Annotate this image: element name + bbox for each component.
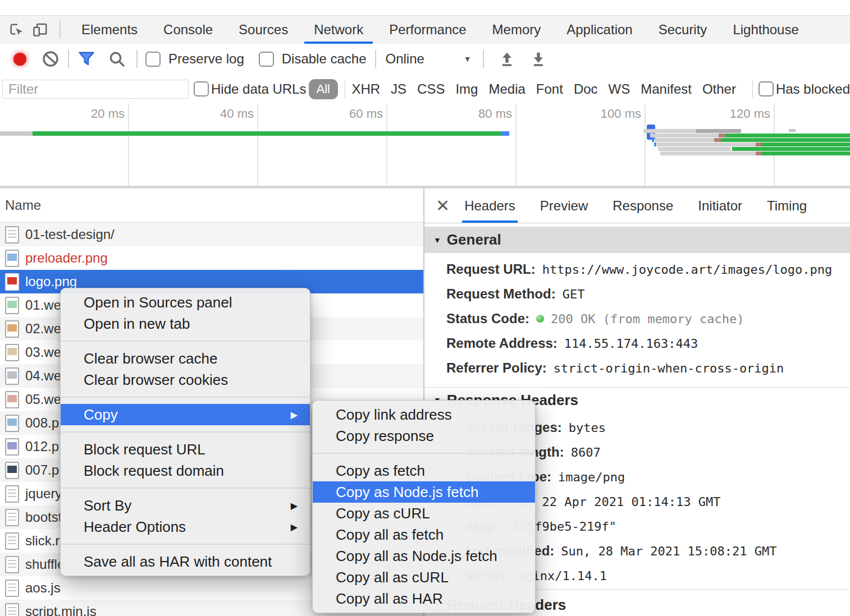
request-name: 02.we [25,321,61,337]
menu-item-open-in-sources-panel[interactable]: Open in Sources panel [61,292,310,313]
menu-item-copy-all-as-nodejs-fetch[interactable]: Copy all as Node.js fetch [313,545,535,567]
filter-type-css[interactable]: CSS [417,81,445,97]
header-value: https://www.joycode.art/images/logo.png [542,263,833,277]
header-label: Remote Address: [446,335,557,351]
request-row[interactable]: 01-test-design/ [0,223,423,246]
menu-item-save-all-as-har[interactable]: Save all as HAR with content [61,551,310,572]
device-toolbar-button[interactable] [28,18,52,42]
filter-input[interactable] [2,80,189,99]
menu-item-block-request-domain[interactable]: Block request domain [61,460,310,481]
tab-network[interactable]: Network [301,16,376,44]
request-name: 05.we [25,392,61,407]
filter-type-other[interactable]: Other [702,81,736,97]
menu-item-clear-browser-cache[interactable]: Clear browser cache [61,348,310,369]
waterfall-bar [660,151,756,155]
request-name: 01-test-design/ [25,227,115,242]
waterfall-bar [721,138,850,142]
filter-type-all[interactable]: All [309,79,338,99]
header-row: Remote Address: 114.55.174.163:443 [446,331,698,356]
tab-console[interactable]: Console [150,16,226,44]
menu-separator [313,447,535,460]
menu-item-open-in-new-tab[interactable]: Open in new tab [61,313,310,334]
close-icon[interactable]: ✕ [436,197,450,214]
request-name: shuffle [25,557,65,572]
timeline-tick: 100 ms [601,107,641,121]
request-row[interactable]: preloader.png [0,246,423,270]
header-value: 114.55.174.163:443 [564,337,698,351]
menu-item-copy-as-fetch[interactable]: Copy as fetch [313,460,535,481]
tab-preview[interactable]: Preview [540,189,588,223]
inspect-element-button[interactable] [4,18,28,42]
waterfall-bar [0,131,33,136]
menu-item-block-request-url[interactable]: Block request URL [61,439,310,460]
filter-type-doc[interactable]: Doc [574,81,598,97]
menu-item-copy-all-as-har[interactable]: Copy all as HAR [313,588,535,609]
header-value: GET [563,287,585,301]
export-har-button[interactable] [527,47,550,71]
submenu-arrow-icon: ▶ [291,500,298,511]
has-blocked-cookies-checkbox[interactable] [758,81,774,96]
triangle-down-icon: ▼ [433,236,441,245]
tab-headers[interactable]: Headers [464,189,515,223]
menu-item-copy-as-curl[interactable]: Copy as cURL [313,503,535,524]
request-name: jquery [25,486,62,502]
record-button[interactable] [13,53,26,66]
name-column-header[interactable]: Name [0,189,423,223]
request-name: 04.we [25,368,61,384]
filter-type-font[interactable]: Font [536,81,563,97]
filter-type-media[interactable]: Media [488,81,525,97]
tab-sources[interactable]: Sources [226,16,301,44]
network-overview-timeline[interactable]: 20 ms 40 ms 60 ms 80 ms 100 ms 120 ms 1 [0,104,850,189]
menu-item-copy-link-address[interactable]: Copy link address [313,404,535,425]
filter-type-xhr[interactable]: XHR [351,81,380,97]
chevron-down-icon[interactable]: ▼ [464,54,472,63]
grid-line [645,104,646,189]
devtools-window: Elements Console Sources Network Perform… [0,0,850,616]
toolbar-divider [375,50,376,68]
network-filter-bar: Hide data URLs All XHR JS CSS Img Media … [0,74,850,104]
header-value: Thu, 22 Apr 2021 01:14:13 GMT [505,495,720,509]
general-section-header[interactable]: ▼ General [424,227,850,253]
tab-performance[interactable]: Performance [376,16,479,44]
menu-item-copy[interactable]: Copy ▶ [61,404,310,425]
script-file-icon [5,603,19,616]
menu-item-copy-all-as-fetch[interactable]: Copy all as fetch [313,524,535,545]
tab-security[interactable]: Security [646,16,720,44]
menu-item-clear-browser-cookies[interactable]: Clear browser cookies [61,369,310,390]
search-button[interactable] [105,47,129,71]
status-ok-icon [536,315,544,323]
disable-cache-checkbox[interactable] [259,52,274,67]
image-file-icon [5,391,19,408]
tab-application[interactable]: Application [554,16,645,44]
menu-item-header-options[interactable]: Header Options ▶ [61,516,310,537]
menu-item-copy-response[interactable]: Copy response [313,425,535,447]
import-har-button[interactable] [495,47,519,71]
menu-item-sort-by[interactable]: Sort By ▶ [61,495,310,516]
menu-item-copy-as-nodejs-fetch[interactable]: Copy as Node.js fetch [313,481,535,503]
tab-elements[interactable]: Elements [68,16,150,44]
filter-type-manifest[interactable]: Manifest [641,81,692,97]
tab-initiator[interactable]: Initiator [698,189,742,223]
timeline-tick: 40 ms [220,107,254,121]
clear-button[interactable] [39,47,62,71]
image-file-icon [5,438,19,456]
preserve-log-checkbox[interactable] [145,52,161,67]
disable-cache-label: Disable cache [282,51,367,67]
image-file-icon [5,462,19,479]
tab-response[interactable]: Response [613,189,673,223]
throttling-select[interactable]: Online [385,51,424,67]
copy-submenu: Copy link address Copy response Copy as … [312,400,536,613]
waterfall-bar [761,151,850,155]
tab-memory[interactable]: Memory [479,16,554,44]
filter-type-img[interactable]: Img [455,81,478,97]
header-value: image/png [558,470,625,484]
tab-timing[interactable]: Timing [767,189,807,223]
menu-separator [61,537,310,551]
filter-toggle-button[interactable] [75,47,98,71]
filter-type-ws[interactable]: WS [609,81,630,97]
upload-arrow-icon [498,50,516,68]
filter-type-js[interactable]: JS [391,81,406,97]
tab-lighthouse[interactable]: Lighthouse [720,16,811,44]
hide-data-urls-checkbox[interactable] [194,81,209,96]
menu-item-copy-all-as-curl[interactable]: Copy all as cURL [313,567,535,588]
